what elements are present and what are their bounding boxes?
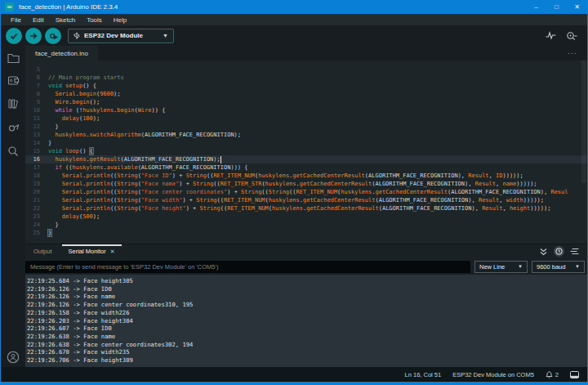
statusbar: Ln 16, Col 51 ESP32 Dev Module on COM5 2 bbox=[1, 367, 587, 382]
code-line-7[interactable]: 7void setup() { bbox=[25, 82, 587, 90]
code-line-12[interactable]: 12 } bbox=[25, 123, 587, 131]
code-text: if ((huskylens.available(ALGORITHM_FACE_… bbox=[48, 163, 247, 172]
serial-monitor-icon[interactable] bbox=[566, 31, 577, 41]
menu-item-tools[interactable]: Tools bbox=[82, 16, 107, 24]
code-line-23[interactable]: 23 delay(500); bbox=[25, 213, 587, 221]
line-number: 5 bbox=[25, 65, 48, 74]
line-number: 8 bbox=[25, 90, 48, 98]
code-line-6[interactable]: 6// Main program starts bbox=[25, 74, 587, 82]
board-selector[interactable]: ESP32 Dev Module ▼ bbox=[68, 29, 174, 43]
menu-item-edit[interactable]: Edit bbox=[28, 16, 49, 24]
panel-actions bbox=[539, 244, 587, 258]
line-number: 18 bbox=[25, 172, 48, 180]
code-text: } bbox=[48, 139, 51, 147]
debug-panel-icon[interactable] bbox=[7, 122, 20, 133]
tab-output[interactable]: Output bbox=[25, 244, 60, 258]
editor-scrollbar[interactable] bbox=[581, 60, 586, 183]
search-icon[interactable] bbox=[7, 145, 19, 157]
serial-line: 22:19:26.126 -> Face center coordinates3… bbox=[27, 301, 587, 309]
debug-button[interactable] bbox=[45, 28, 61, 44]
code-text: } bbox=[48, 229, 51, 237]
tab-serial-monitor[interactable]: Serial Monitor ✕ bbox=[60, 244, 123, 258]
minimize-button[interactable]: – bbox=[526, 0, 546, 14]
sketchbook-folder-icon[interactable] bbox=[7, 52, 20, 63]
code-text: delay(500); bbox=[48, 213, 100, 221]
cursor-position[interactable]: Ln 16, Col 51 bbox=[405, 371, 442, 378]
code-line-9[interactable]: 9 Wire.begin(); bbox=[25, 98, 587, 106]
code-line-14[interactable]: 14} bbox=[25, 139, 587, 147]
serial-plotter-icon[interactable] bbox=[546, 31, 556, 40]
code-line-25[interactable]: 25} bbox=[25, 229, 587, 237]
panel-tabbar: Output Serial Monitor ✕ bbox=[25, 244, 587, 258]
line-number: 23 bbox=[25, 213, 48, 221]
serial-output[interactable]: 22:19:25.684 -> Face height30522:19:26.1… bbox=[25, 275, 587, 367]
code-line-17[interactable]: 17 if ((huskylens.available(ALGORITHM_FA… bbox=[25, 163, 587, 172]
window-title: face_detection | Arduino IDE 2.3.4 bbox=[19, 3, 118, 11]
code-line-16[interactable]: 16 huskylens.getResult(ALGORITHM_FACE_RE… bbox=[25, 155, 587, 163]
arduino-app-icon: ∞ bbox=[5, 2, 14, 11]
code-line-10[interactable]: 10 while (!huskylens.begin(Wire)) { bbox=[25, 106, 587, 114]
code-text: Serial.println((String("Face name") + St… bbox=[48, 180, 537, 188]
account-icon[interactable] bbox=[7, 351, 20, 364]
usb-icon bbox=[74, 32, 80, 40]
code-line-24[interactable]: 24 } bbox=[25, 221, 587, 229]
code-line-5[interactable]: 5 bbox=[25, 65, 587, 74]
board-selector-label: ESP32 Dev Module bbox=[84, 32, 158, 39]
clock-icon bbox=[555, 248, 563, 255]
chevron-down-icon: ▼ bbox=[163, 33, 168, 38]
debug-icon bbox=[49, 31, 58, 40]
line-ending-value: New Line bbox=[479, 263, 505, 271]
library-manager-icon[interactable] bbox=[7, 98, 20, 110]
code-line-18[interactable]: 18 Serial.println((String("Face ID") + S… bbox=[25, 172, 587, 180]
code-line-15[interactable]: 15void loop() { bbox=[25, 147, 587, 155]
baud-rate-select[interactable]: 9600 baud ▼ bbox=[532, 261, 585, 273]
serial-message-input[interactable] bbox=[25, 261, 470, 273]
text-cursor bbox=[220, 156, 221, 163]
code-line-20[interactable]: 20 Serial.println((String("Face center c… bbox=[25, 188, 587, 196]
code-text: huskylens.switchAlgorithm(ALGORITHM_FACE… bbox=[48, 131, 241, 139]
tab-face-detection-ino[interactable]: face_detection.ino bbox=[25, 46, 98, 60]
code-line-22[interactable]: 22 Serial.println((String("Face height")… bbox=[25, 204, 587, 213]
menu-item-file[interactable]: File bbox=[6, 16, 26, 24]
line-number: 11 bbox=[25, 114, 48, 123]
close-button[interactable]: ✕ bbox=[567, 0, 587, 14]
toggle-panel-icon[interactable] bbox=[570, 371, 579, 378]
editor-tabbar: face_detection.ino ··· bbox=[25, 46, 587, 60]
code-text: Serial.println((String("Face center coor… bbox=[48, 188, 568, 196]
code-line-8[interactable]: 8 Serial.begin(9600); bbox=[25, 90, 587, 98]
code-lines: 56// Main program starts7void setup() {8… bbox=[25, 65, 587, 237]
maximize-button[interactable]: □ bbox=[546, 0, 567, 14]
more-actions-icon[interactable]: ··· bbox=[568, 46, 587, 60]
line-number: 24 bbox=[25, 221, 48, 229]
timestamp-toggle[interactable] bbox=[554, 246, 564, 257]
board-port-status[interactable]: ESP32 Dev Module on COM5 bbox=[452, 371, 534, 378]
verify-button[interactable] bbox=[6, 28, 22, 44]
serial-line: 22:19:26.706 -> Face height309 bbox=[27, 356, 587, 365]
code-editor[interactable]: 56// Main program starts7void setup() {8… bbox=[25, 60, 587, 244]
code-text: } bbox=[48, 123, 59, 131]
code-text: delay(100); bbox=[48, 114, 100, 123]
arrow-right-icon bbox=[29, 32, 38, 40]
code-text: while (!huskylens.begin(Wire)) { bbox=[48, 106, 165, 114]
line-ending-select[interactable]: New Line ▼ bbox=[474, 261, 528, 273]
serial-line: 22:19:26.126 -> Face name bbox=[27, 293, 587, 301]
tab-serial-monitor-label: Serial Monitor bbox=[69, 248, 106, 255]
code-line-19[interactable]: 19 Serial.println((String("Face name") +… bbox=[25, 180, 587, 188]
notifications[interactable]: 2 bbox=[546, 370, 559, 378]
code-line-21[interactable]: 21 Serial.println((String("Face width") … bbox=[25, 196, 587, 204]
menu-item-sketch[interactable]: Sketch bbox=[51, 16, 80, 24]
clear-output-icon[interactable] bbox=[570, 248, 579, 255]
line-number: 21 bbox=[25, 196, 48, 204]
code-line-11[interactable]: 11 delay(100); bbox=[25, 114, 587, 123]
collapse-panel-icon[interactable] bbox=[539, 248, 548, 256]
toolbar-right bbox=[546, 31, 587, 41]
menu-item-help[interactable]: Help bbox=[109, 16, 131, 24]
editor-column: face_detection.ino ··· 56// Main program… bbox=[25, 46, 587, 367]
line-number: 14 bbox=[25, 139, 48, 147]
upload-button[interactable] bbox=[25, 28, 42, 44]
code-line-13[interactable]: 13 huskylens.switchAlgorithm(ALGORITHM_F… bbox=[25, 131, 587, 139]
code-text: void setup() { bbox=[48, 82, 96, 90]
line-number: 10 bbox=[25, 106, 48, 114]
close-tab-icon[interactable]: ✕ bbox=[110, 248, 115, 255]
boards-manager-icon[interactable] bbox=[7, 75, 20, 86]
